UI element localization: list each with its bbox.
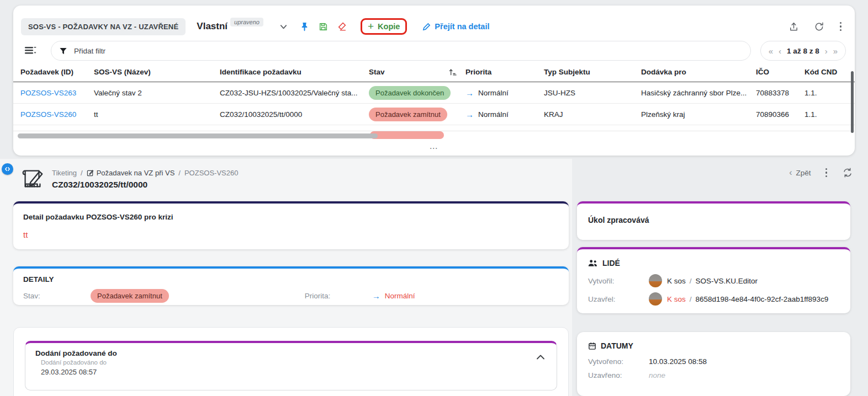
view-toolbar: SOS-VS - POŽADAVKY NA VZ - UZAVŘENÉ Vlas… <box>13 6 855 36</box>
people-card: LIDÉ Vytvořil: K sos / SOS-VS.KU.Editor … <box>577 247 850 313</box>
breadcrumb-separator: / <box>81 169 83 177</box>
dates-card: DATUMY Vytvořeno: 10.03.2025 08:58 Uzavř… <box>577 332 850 396</box>
row-priority-cell: → Normální <box>465 88 544 98</box>
row-id-link[interactable]: POZSOS-VS263 <box>20 89 94 97</box>
chevron-up-icon[interactable] <box>537 352 544 362</box>
person-name[interactable]: K sos <box>667 295 686 303</box>
separator: / <box>690 277 692 285</box>
panel-resize-handle[interactable]: ⋯ <box>13 143 855 153</box>
back-button[interactable]: ‹ Zpět <box>789 168 811 178</box>
date-label: Uzavřeno: <box>588 371 649 379</box>
detail-header-actions: ‹ Zpět <box>789 167 854 179</box>
copy-button[interactable]: + Kopie <box>368 22 400 31</box>
col-header-ico[interactable]: IČO <box>756 68 805 76</box>
table-panel: SOS-VS - POŽADAVKY NA VZ - UZAVŘENÉ Vlas… <box>13 6 855 156</box>
status-badge: Požadavek dokončen <box>369 86 451 100</box>
row-ico: 70890366 <box>756 110 805 119</box>
table-row[interactable]: POZSOS-VS260 tt CZ032/10032025/tt/0000 P… <box>13 104 855 125</box>
col-header-subject[interactable]: Typ Subjektu <box>544 68 641 76</box>
priority-arrow-icon: → <box>465 88 474 98</box>
sort-ascending-icon[interactable] <box>448 68 457 76</box>
funnel-icon <box>59 47 67 55</box>
calendar-icon <box>588 342 596 350</box>
go-to-detail-button[interactable]: Přejít na detail <box>422 22 489 31</box>
priority-arrow-icon: → <box>372 291 380 301</box>
page-last-button[interactable]: » <box>833 46 838 56</box>
page-first-button[interactable]: « <box>769 46 773 56</box>
horizontal-scrollbar[interactable] <box>18 133 378 138</box>
save-icon[interactable] <box>317 20 330 33</box>
delivery-date-card: Dodání požadované do Dodání požadováno d… <box>25 341 557 390</box>
kebab-menu-icon[interactable] <box>839 21 843 33</box>
refresh-icon[interactable] <box>813 20 825 33</box>
row-priority-cell: → Normální <box>465 110 544 119</box>
delivery-field-value: 29.03.2025 08:57 <box>25 366 557 376</box>
status-label: Stav: <box>23 292 91 300</box>
task-card: Úkol zpracovává <box>577 201 850 240</box>
record-title: CZ032/10032025/tt/0000 <box>52 180 238 190</box>
priority-value: → Normální <box>372 291 415 301</box>
pagination: « ‹ 1 až 8 z 8 › » <box>760 41 846 61</box>
person-role: 8658d198-4e84-4f0c-92cf-2aab1ff893c9 <box>696 295 829 303</box>
date-row: Uzavřeno: none <box>588 371 839 379</box>
row-status-cell: Požadavek dokončen <box>369 86 465 100</box>
separator: / <box>690 295 692 303</box>
col-header-id[interactable]: Požadavek (ID) <box>20 68 94 76</box>
view-state-badge: upraveno <box>230 18 263 26</box>
splitter-toggle-icon[interactable] <box>2 163 13 175</box>
avatar <box>649 274 662 287</box>
delivery-field-label: Dodání požadováno do <box>25 357 557 366</box>
detail-header: Tiketing / Požadavek na VZ při VS / POZS… <box>20 165 238 192</box>
row-cnd: 1.1. <box>805 110 855 119</box>
page-prev-button[interactable]: ‹ <box>779 46 781 56</box>
add-filter-field[interactable] <box>74 47 743 55</box>
breadcrumb-doc-icon <box>87 169 94 176</box>
person-row: Uzavřel: K sos / 8658d198-4e84-4f0c-92cf… <box>588 292 839 306</box>
people-rows: Vytvořil: K sos / SOS-VS.KU.Editor Uzavř… <box>577 267 850 306</box>
breadcrumb-item: POZSOS-VS260 <box>184 169 239 177</box>
date-label: Vytvořeno: <box>588 357 649 366</box>
col-header-cnd[interactable]: Kód CND <box>805 68 855 76</box>
status-badge: Požadavek zamítnut <box>369 108 447 121</box>
breadcrumb-root[interactable]: Tiketing <box>52 169 77 177</box>
breadcrumb: Tiketing / Požadavek na VZ při VS / POZS… <box>52 169 238 177</box>
chevron-down-icon[interactable] <box>278 20 290 33</box>
filter-row: « ‹ 1 až 8 z 8 › » <box>13 36 855 61</box>
table-header: Požadavek (ID) SOS-VS (Název) Identifika… <box>13 62 855 82</box>
kebab-menu-icon[interactable] <box>824 167 829 179</box>
filter-input[interactable] <box>51 41 751 61</box>
person-name[interactable]: K sos <box>667 277 686 285</box>
clipped-status-badge <box>370 131 444 139</box>
col-header-priority[interactable]: Priorita <box>465 68 544 76</box>
page-next-button[interactable]: › <box>825 46 828 56</box>
sync-icon[interactable] <box>841 167 854 179</box>
person-row: Vytvořil: K sos / SOS-VS.KU.Editor <box>588 274 839 287</box>
pin-icon[interactable] <box>299 20 311 33</box>
details-card-title: DETAILY <box>13 269 569 283</box>
col-header-name[interactable]: SOS-VS (Název) <box>94 68 220 76</box>
view-name: Vlastní <box>197 21 227 32</box>
delivery-card-title: Dodání požadované do <box>25 343 557 357</box>
col-header-delivery[interactable]: Dodávka pro <box>641 68 756 76</box>
col-header-status[interactable]: Stav <box>369 68 465 76</box>
vertical-scrollbar[interactable] <box>851 71 854 133</box>
row-id-link[interactable]: POZSOS-VS260 <box>20 110 94 119</box>
table-row[interactable]: POZSOS-VS263 Valečný stav 2 CZ032-JSU-HZ… <box>13 82 855 104</box>
date-value: 10.03.2025 08:58 <box>649 357 707 366</box>
avatar <box>649 292 662 306</box>
pagination-text: 1 až 8 z 8 <box>787 47 819 55</box>
list-settings-icon[interactable] <box>24 45 36 57</box>
people-card-header: LIDÉ <box>577 249 850 267</box>
details-card-fields: Stav: Požadavek zamítnut Priorita: → Nor… <box>13 283 569 303</box>
col-header-ident[interactable]: Identifikace požadavku <box>220 68 369 76</box>
export-icon[interactable] <box>788 20 800 33</box>
back-chevron-icon: ‹ <box>789 168 792 178</box>
date-row: Vytvořeno: 10.03.2025 08:58 <box>588 357 839 366</box>
breadcrumb-section[interactable]: Požadavek na VZ při VS <box>87 169 175 177</box>
person-label: Uzavřel: <box>588 295 649 303</box>
copy-button-highlight: + Kopie <box>361 18 407 35</box>
dates-rows: Vytvořeno: 10.03.2025 08:58 Uzavřeno: no… <box>577 350 850 379</box>
eraser-icon[interactable] <box>336 20 348 33</box>
details-card: DETAILY Stav: Požadavek zamítnut Priorit… <box>13 266 569 305</box>
go-to-detail-label: Přejít na detail <box>435 22 489 31</box>
